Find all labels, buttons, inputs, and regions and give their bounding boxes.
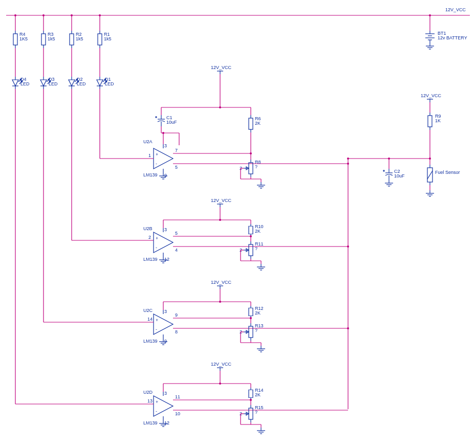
svg-text:3: 3 [164,143,167,148]
svg-text:U2D: U2D [143,390,153,395]
svg-text:U2A: U2A [143,139,153,144]
svg-text:LED: LED [49,81,58,86]
rail-label: 12V_VCC [445,7,466,12]
svg-text:LM139: LM139 [143,339,158,344]
svg-point-180 [250,317,252,319]
svg-text:U2B: U2B [143,226,153,231]
svg-point-116 [347,163,349,165]
led-branch-r2: R2 1k5 D2 LED [69,14,86,240]
svg-text:7: 7 [175,148,178,153]
svg-text:?: ? [255,410,257,415]
svg-text:3: 3 [164,391,167,396]
svg-text:LED: LED [20,81,30,86]
svg-text:1k5: 1k5 [104,36,112,41]
svg-text:1: 1 [148,153,151,158]
svg-text:?: ? [255,246,257,251]
ground-icon [426,43,434,49]
stage-u2a: 12V_VCC C1 10uF U2A LM139 3 9 1 7 5 R6 2… [100,65,349,188]
svg-point-109 [162,132,164,134]
svg-point-93 [347,158,349,160]
svg-text:2K: 2K [255,229,261,234]
svg-text:2: 2 [148,235,151,240]
svg-text:12V_VCC: 12V_VCC [211,65,232,70]
svg-text:12V_VCC: 12V_VCC [421,93,442,98]
svg-point-76 [99,14,101,16]
svg-text:?: ? [255,328,257,333]
svg-text:LM139: LM139 [143,420,158,425]
svg-point-163 [219,301,221,303]
svg-text:12V_VCC: 12V_VCC [211,198,232,203]
svg-text:1K: 1K [435,118,441,123]
svg-text:LM139: LM139 [143,257,158,262]
battery-icon [425,31,435,43]
svg-point-60 [42,14,45,16]
svg-point-52 [14,14,16,16]
svg-text:4: 4 [175,248,178,253]
svg-text:?: ? [255,164,257,169]
svg-text:14: 14 [147,317,153,322]
svg-text:10uF: 10uF [166,120,177,125]
led-branch-r1: R1 1k5 D1 LED [97,14,114,159]
svg-text:LED: LED [105,81,114,86]
svg-text:13: 13 [147,398,153,404]
svg-text:12V_VCC: 12V_VCC [211,280,232,285]
svg-point-44 [429,14,431,16]
svg-point-134 [219,219,221,221]
svg-text:LM139: LM139 [143,172,158,177]
schematic-canvas: + - 12V_VCC BT1 12v BATTERY R4 1K5 D4 LE… [0,0,476,448]
svg-text:1k5: 1k5 [48,36,55,41]
svg-point-208 [250,399,252,401]
bt1-val: 12v BATTERY [438,35,467,40]
svg-text:Fuel Sensor: Fuel Sensor [435,170,460,175]
svg-point-175 [347,327,349,329]
svg-text:5: 5 [175,165,178,170]
svg-text:8: 8 [175,329,178,334]
sense-branch: 12V_VCC R9 1K Fuel Sensor C2 10uF [383,93,460,196]
stage-u2b: 12V_VCC U2B LM139 3 12 2 5 4 R10 2K R11 … [72,198,349,270]
led-branch-r4: R4 1K5 D4 LED [12,14,30,404]
svg-text:U2C: U2C [143,308,153,313]
led-branch-r3: R3 1k5 D3 LED [40,14,58,322]
stage-u2d: 12V_VCC U2D LM139 3 12 13 11 10 R14 2K R… [15,362,348,434]
svg-text:2K: 2K [255,121,261,126]
svg-point-192 [219,383,221,385]
svg-point-68 [71,14,73,16]
svg-text:3: 3 [164,309,167,314]
svg-text:LED: LED [77,81,86,86]
svg-point-146 [347,245,349,248]
svg-point-151 [250,235,252,237]
svg-text:1k5: 1k5 [76,36,83,41]
svg-text:12V_VCC: 12V_VCC [211,362,232,367]
svg-point-97 [219,106,221,108]
svg-text:9: 9 [175,312,178,318]
svg-text:10uF: 10uF [394,173,405,178]
svg-text:10: 10 [175,411,180,416]
svg-text:2K: 2K [255,310,261,316]
svg-text:11: 11 [175,394,180,399]
svg-text:1K5: 1K5 [19,36,28,41]
svg-text:5: 5 [175,231,178,236]
svg-text:2K: 2K [255,392,261,397]
svg-text:3: 3 [164,227,167,232]
stage-u2c: 12V_VCC U2C LM139 3 9 14 9 8 R12 2K R13 … [44,280,349,352]
